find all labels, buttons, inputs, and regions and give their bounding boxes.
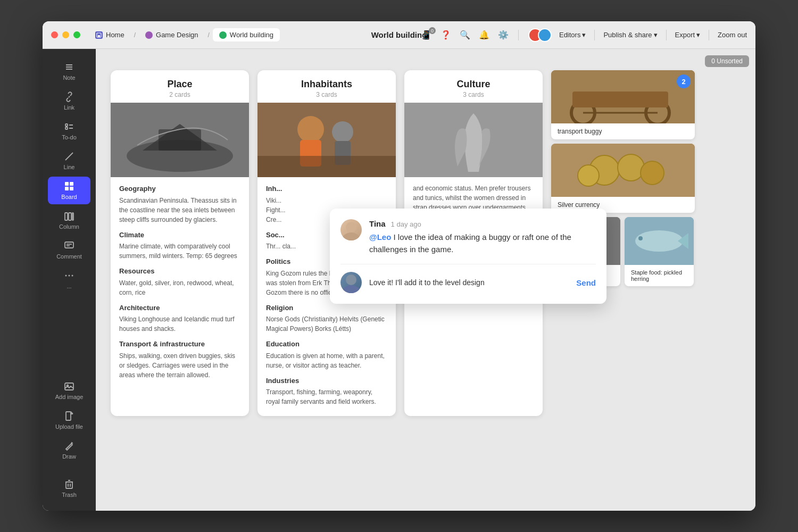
editors-button[interactable]: Editors ▾ — [559, 31, 586, 39]
inhabitants-title: Inhabitants — [264, 79, 389, 90]
culture-image — [404, 103, 543, 177]
comment-reply-row: Send — [340, 272, 596, 293]
unsorted-badge: 0 Unsorted — [705, 55, 749, 67]
home-icon — [95, 31, 103, 39]
inhabitants-image — [257, 103, 396, 177]
svg-point-38 — [332, 121, 353, 143]
sidebar-item-trash[interactable]: Trash — [48, 475, 90, 502]
sidebar-column-label: Column — [59, 223, 79, 230]
place-architecture-text: Viking Longhouse and Icelandic mud turf … — [119, 314, 240, 334]
inhabitants-education-heading: Education — [266, 339, 387, 350]
tab-separator-1: / — [134, 31, 136, 39]
help-icon[interactable]: ❓ — [440, 30, 451, 40]
svg-line-9 — [65, 153, 73, 160]
sidebar-item-board[interactable]: Board — [48, 177, 90, 204]
svg-point-36 — [297, 116, 324, 143]
inhabitants-header: Inhabitants 3 cards — [257, 70, 396, 103]
svg-rect-17 — [65, 242, 73, 248]
svg-rect-11 — [70, 182, 73, 186]
extra-card-fish: Staple food: pickled herring — [625, 217, 694, 286]
comment-avatar-tina — [340, 219, 362, 240]
sidebar-item-note[interactable]: Note — [48, 57, 90, 85]
place-card: Place 2 cards Geography — [111, 70, 249, 416]
fish-label: Staple food: pickled herring — [625, 265, 694, 286]
sidebar-item-link[interactable]: Link — [48, 87, 90, 115]
svg-rect-12 — [65, 187, 69, 190]
sidebar-item-upload[interactable]: Upload file — [48, 406, 90, 434]
place-geography-text: Scandinavian Peninsula. Theassus sits in… — [119, 196, 240, 225]
comment-body: I love the idea of making a buggy or raf… — [369, 232, 571, 254]
tab-home[interactable]: Home — [89, 28, 131, 41]
place-geography-heading: Geography — [119, 184, 240, 194]
traffic-lights — [51, 31, 80, 38]
inhabitants-inh-heading: Inh... — [266, 184, 387, 194]
svg-rect-5 — [65, 124, 68, 126]
maximize-button[interactable] — [73, 31, 80, 38]
svg-point-49 — [618, 154, 644, 181]
svg-point-61 — [346, 275, 356, 285]
place-body: Geography Scandinavian Peninsula. Theass… — [111, 177, 249, 389]
comment-mention: @Leo — [369, 232, 391, 242]
tab-game-design[interactable]: Game Design — [139, 28, 204, 41]
svg-rect-26 — [66, 482, 72, 488]
svg-rect-25 — [66, 412, 71, 420]
inhabitants-industries-text: Transport, fishing, farming, weaponry, r… — [266, 387, 387, 406]
sidebar-item-more[interactable]: ... — [48, 266, 90, 294]
inhabitants-industries-heading: Industries — [266, 376, 387, 386]
comment-text: @Leo I love the idea of making a buggy o… — [369, 231, 596, 255]
device-icon[interactable]: 📱 0 — [421, 30, 432, 40]
sidebar-item-add-image[interactable]: Add image — [48, 377, 90, 404]
sidebar-note-label: Note — [63, 74, 75, 81]
titlebar: Home / Game Design / World building Worl… — [43, 21, 755, 49]
svg-point-50 — [641, 161, 664, 185]
sidebar-line-label: Line — [64, 164, 75, 170]
svg-rect-15 — [69, 213, 71, 220]
canvas: 0 Unsorted Place 2 cards — [96, 49, 755, 511]
svg-rect-7 — [65, 127, 68, 129]
extra-card-wagon: 2 transport buggy — [551, 70, 695, 139]
wagon-badge: 2 — [677, 74, 691, 88]
place-architecture-heading: Architecture — [119, 303, 240, 313]
notification-icon[interactable]: 🔔 — [479, 30, 489, 40]
sidebar-item-comment[interactable]: Comment — [48, 236, 90, 264]
titlebar-icons: 📱 0 ❓ 🔍 🔔 ⚙️ — [421, 30, 509, 40]
place-resources-text: Water, gold, silver, iron, redwood, whea… — [119, 278, 240, 297]
sidebar-item-column[interactable]: Column — [48, 206, 90, 234]
minimize-button[interactable] — [62, 31, 69, 38]
comment-author: Tina — [369, 219, 386, 228]
game-icon — [145, 31, 153, 39]
place-transport-heading: Transport & infrastructure — [119, 339, 240, 350]
search-icon[interactable]: 🔍 — [460, 30, 470, 40]
settings-icon[interactable]: ⚙️ — [498, 30, 509, 40]
reply-input[interactable] — [369, 278, 569, 287]
place-transport-text: Ships, walking, oxen driven buggies, ski… — [119, 351, 240, 380]
zoom-out-button[interactable]: Zoom out — [718, 31, 747, 39]
sidebar-link-label: Link — [64, 104, 74, 111]
svg-rect-40 — [257, 156, 396, 177]
comment-item: Tina 1 day ago @Leo I love the idea of m… — [340, 219, 596, 255]
sidebar: Note Link To-do Line Board Column — [43, 49, 96, 511]
comment-content: Tina 1 day ago @Leo I love the idea of m… — [369, 219, 596, 255]
sidebar-item-draw[interactable]: Draw — [48, 436, 90, 464]
export-button[interactable]: Export ▾ — [675, 31, 701, 39]
comment-time: 1 day ago — [391, 220, 421, 228]
tab-world-building[interactable]: World building — [213, 28, 280, 41]
sidebar-draw-label: Draw — [62, 453, 76, 460]
inhabitants-religion-text: Norse Gods (Christianity) Helvits (Genet… — [266, 314, 387, 334]
comment-avatar-leo — [340, 272, 362, 293]
svg-rect-13 — [70, 187, 73, 190]
sidebar-item-todo[interactable]: To-do — [48, 117, 90, 145]
svg-point-20 — [65, 275, 67, 277]
svg-point-62 — [342, 285, 361, 293]
culture-subtitle: 3 cards — [411, 91, 536, 98]
svg-point-21 — [69, 275, 70, 277]
svg-rect-16 — [72, 213, 73, 220]
sidebar-item-line[interactable]: Line — [48, 147, 90, 174]
place-climate-heading: Climate — [119, 230, 240, 240]
close-button[interactable] — [51, 31, 58, 38]
inhabitants-education-text: Education is given at home, with a paren… — [266, 351, 387, 370]
svg-point-58 — [638, 236, 643, 240]
sidebar-trash-label: Trash — [62, 492, 77, 498]
send-button[interactable]: Send — [576, 278, 596, 287]
publish-share-button[interactable]: Publish & share ▾ — [603, 31, 657, 39]
